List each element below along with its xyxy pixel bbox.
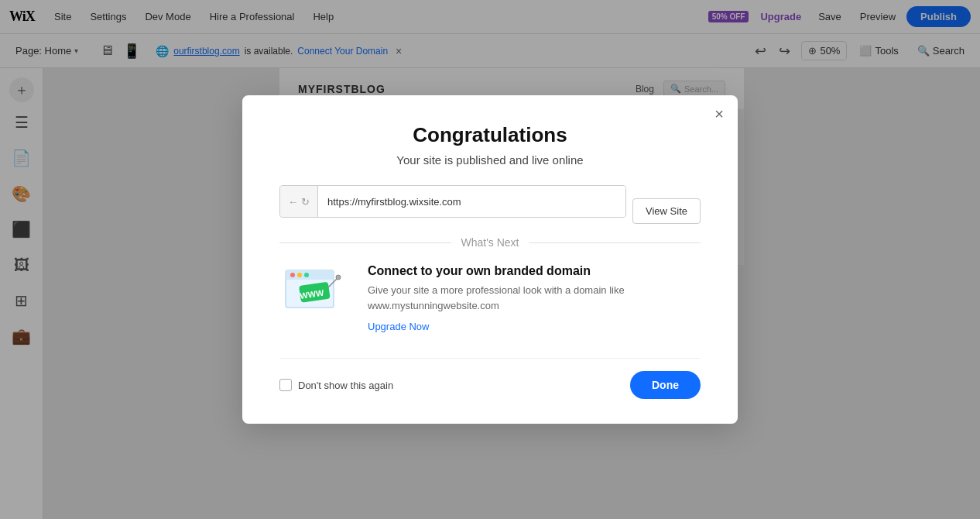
connect-domain-title: Connect to your own branded domain bbox=[368, 264, 701, 278]
divider-right bbox=[529, 242, 701, 243]
dont-show-checkbox-label[interactable]: Don't show this again bbox=[279, 379, 393, 391]
domain-illustration: WWW bbox=[279, 264, 349, 322]
url-view-wrap: ← ↻ View Site bbox=[279, 185, 701, 236]
modal-close-button[interactable]: × bbox=[714, 106, 724, 122]
modal-footer: Don't show this again Done bbox=[279, 358, 701, 399]
connect-domain-desc: Give your site a more professional look … bbox=[368, 283, 701, 313]
back-arrow-icon[interactable]: ← bbox=[288, 196, 298, 208]
dont-show-text: Don't show this again bbox=[298, 380, 393, 391]
url-nav-controls: ← ↻ bbox=[280, 186, 318, 217]
url-bar: ← ↻ bbox=[279, 185, 626, 218]
url-input[interactable] bbox=[318, 186, 625, 217]
congratulations-modal: × Congratulations Your site is published… bbox=[242, 95, 738, 424]
view-site-button[interactable]: View Site bbox=[632, 198, 701, 224]
modal-overlay: × Congratulations Your site is published… bbox=[0, 0, 980, 519]
whats-next-label: What's Next bbox=[461, 236, 519, 249]
svg-point-9 bbox=[336, 275, 341, 280]
svg-point-5 bbox=[304, 273, 309, 277]
whats-next-section: What's Next bbox=[279, 236, 701, 249]
forward-arrow-icon[interactable]: ↻ bbox=[301, 196, 310, 208]
modal-subtitle: Your site is published and live online bbox=[279, 153, 701, 167]
done-button[interactable]: Done bbox=[630, 371, 701, 399]
upgrade-now-link[interactable]: Upgrade Now bbox=[368, 321, 430, 332]
svg-point-4 bbox=[297, 273, 302, 277]
svg-point-3 bbox=[290, 273, 295, 277]
connect-section: WWW Connect to your own branded domain G… bbox=[279, 264, 701, 333]
connect-text: Connect to your own branded domain Give … bbox=[368, 264, 701, 333]
dont-show-checkbox[interactable] bbox=[279, 379, 292, 391]
modal-title: Congratulations bbox=[279, 123, 701, 147]
divider-left bbox=[279, 242, 451, 243]
